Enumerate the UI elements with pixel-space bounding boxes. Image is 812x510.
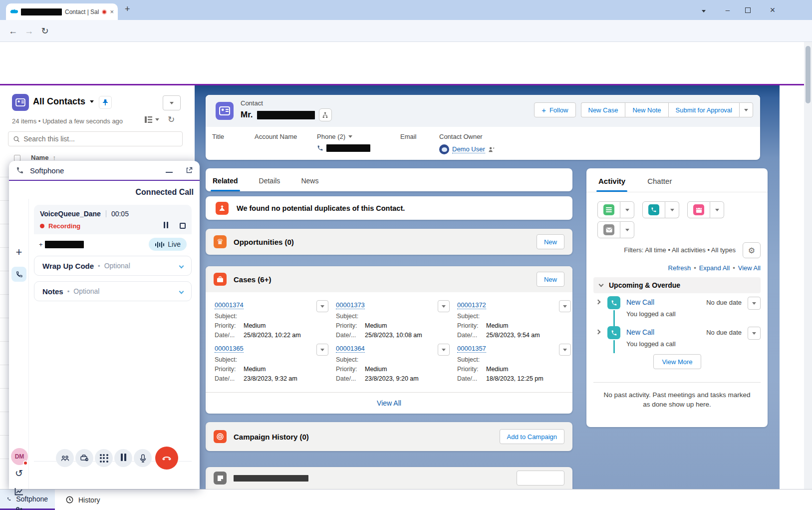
list-view-selector[interactable]: All Contacts <box>33 96 94 107</box>
mute-button[interactable] <box>134 449 152 467</box>
view-hierarchy-button[interactable] <box>319 108 332 121</box>
tab-related[interactable]: Related <box>213 177 238 191</box>
case-number-link[interactable]: 00001365 <box>215 345 244 353</box>
end-call-button[interactable] <box>155 447 178 470</box>
tab-search-icon[interactable] <box>696 0 711 20</box>
case-number-link[interactable]: 00001372 <box>457 301 486 309</box>
view-all-link[interactable]: View All <box>738 264 761 272</box>
active-call-tab-icon[interactable] <box>11 267 26 282</box>
tab-details[interactable]: Details <box>259 177 280 191</box>
case-number-link[interactable]: 00001373 <box>336 301 365 309</box>
page-scrollbar[interactable] <box>804 42 812 510</box>
live-badge[interactable]: Live <box>149 238 187 251</box>
more-actions-button[interactable] <box>739 102 753 117</box>
wrap-up-code-section[interactable]: Wrap Up Code • Optional <box>34 256 192 276</box>
case-actions-button[interactable] <box>438 344 450 356</box>
cases-view-all-link[interactable]: View All <box>377 399 401 407</box>
utility-history-tab[interactable]: History <box>59 490 114 510</box>
chevron-down-icon[interactable] <box>179 289 184 294</box>
stats-icon[interactable] <box>9 488 29 496</box>
priority-label: Priority: <box>336 366 365 373</box>
view-more-button[interactable]: View More <box>653 354 701 369</box>
wrap-up-code-label: Wrap Up Code <box>42 262 94 270</box>
dialpad-button[interactable] <box>95 449 113 467</box>
priority-value: Medium <box>244 322 266 329</box>
partial-action-button[interactable] <box>517 471 564 486</box>
transfer-button[interactable] <box>75 449 93 467</box>
reload-button[interactable]: ↻ <box>38 20 52 42</box>
display-as-button[interactable] <box>145 116 159 123</box>
case-actions-button[interactable] <box>559 344 571 356</box>
case-actions-button[interactable] <box>316 300 328 312</box>
hold-button[interactable] <box>114 449 132 467</box>
pin-icon[interactable] <box>99 96 112 109</box>
chevron-down-icon[interactable] <box>179 263 184 268</box>
refresh-link[interactable]: Refresh <box>668 264 691 272</box>
back-button[interactable]: ← <box>6 20 20 42</box>
forward-button[interactable]: → <box>22 20 36 42</box>
timeline-actions-button[interactable] <box>748 327 761 340</box>
case-actions-button[interactable] <box>438 300 450 312</box>
timeline-actions-button[interactable] <box>748 297 761 310</box>
email-button[interactable] <box>597 221 620 238</box>
case-number-link[interactable]: 00001357 <box>457 345 486 353</box>
screen: Contact | Sal × + – × ← → ↻ lightning.fo… <box>0 0 812 510</box>
timeline-call-link[interactable]: New Call <box>626 298 654 306</box>
new-opportunity-button[interactable]: New <box>537 234 564 249</box>
new-note-button[interactable]: New Note <box>625 102 668 117</box>
case-actions-button[interactable] <box>559 300 571 312</box>
phone-dropdown-icon[interactable] <box>348 135 352 138</box>
tab-chatter[interactable]: Chatter <box>647 177 672 192</box>
case-number-link[interactable]: 00001364 <box>336 345 365 353</box>
upcoming-overdue-section-header[interactable]: Upcoming & Overdue <box>593 277 761 293</box>
popout-icon[interactable] <box>186 167 193 174</box>
list-view-controls-button[interactable] <box>163 95 181 110</box>
follow-button[interactable]: +Follow <box>534 102 575 117</box>
owner-link[interactable]: Demo User <box>452 145 485 153</box>
new-case-button[interactable]: New Case <box>581 102 625 117</box>
log-a-call-button[interactable] <box>642 201 665 218</box>
tab-news[interactable]: News <box>301 177 318 191</box>
case-actions-button[interactable] <box>316 344 328 356</box>
window-close-button[interactable]: × <box>765 0 780 20</box>
new-tab-button[interactable]: + <box>125 4 130 14</box>
notes-icon <box>214 472 227 485</box>
expand-all-link[interactable]: Expand All <box>699 264 730 272</box>
activity-settings-icon[interactable]: ⚙ <box>743 242 761 258</box>
call-dropdown-button[interactable] <box>665 201 679 218</box>
duplicate-check-icon <box>216 202 229 215</box>
window-maximize-button[interactable] <box>745 7 751 13</box>
list-search[interactable] <box>8 131 183 146</box>
priority-value: Medium <box>365 322 387 329</box>
contacts-icon[interactable] <box>9 507 29 510</box>
notes-section[interactable]: Notes • Optional <box>34 281 192 301</box>
stop-recording-icon[interactable] <box>180 223 186 229</box>
conference-button[interactable] <box>56 449 74 467</box>
expand-item-icon[interactable] <box>596 330 601 335</box>
expand-item-icon[interactable] <box>596 300 601 305</box>
task-dropdown-button[interactable] <box>620 201 634 218</box>
name-column-header[interactable]: Name ↑ <box>31 154 56 161</box>
change-owner-icon[interactable] <box>488 146 495 153</box>
browser-tab[interactable]: Contact | Sal × <box>6 3 118 20</box>
email-dropdown-button[interactable] <box>620 221 634 238</box>
tab-activity[interactable]: Activity <box>598 177 625 192</box>
scrollbar-thumb[interactable] <box>806 46 811 103</box>
list-search-input[interactable] <box>23 135 177 143</box>
tab-close-icon[interactable]: × <box>110 8 114 15</box>
case-number-link[interactable]: 00001374 <box>215 301 244 309</box>
new-event-button[interactable] <box>687 201 710 218</box>
record-tabs-card: Related Details News <box>206 168 572 191</box>
event-dropdown-button[interactable] <box>710 201 724 218</box>
new-case-list-button[interactable]: New <box>537 272 564 287</box>
pause-recording-icon[interactable] <box>163 222 169 230</box>
add-to-campaign-button[interactable]: Add to Campaign <box>500 429 564 444</box>
refresh-icon[interactable]: ↻ <box>168 114 175 125</box>
call-history-icon[interactable]: ↺ <box>9 468 29 479</box>
window-minimize-button[interactable]: – <box>720 0 735 20</box>
new-task-button[interactable] <box>597 201 620 218</box>
timeline-call-link[interactable]: New Call <box>626 328 654 336</box>
new-call-icon[interactable]: + <box>9 246 29 259</box>
submit-for-approval-button[interactable]: Submit for Approval <box>668 102 739 117</box>
minimize-icon[interactable] <box>166 172 173 173</box>
